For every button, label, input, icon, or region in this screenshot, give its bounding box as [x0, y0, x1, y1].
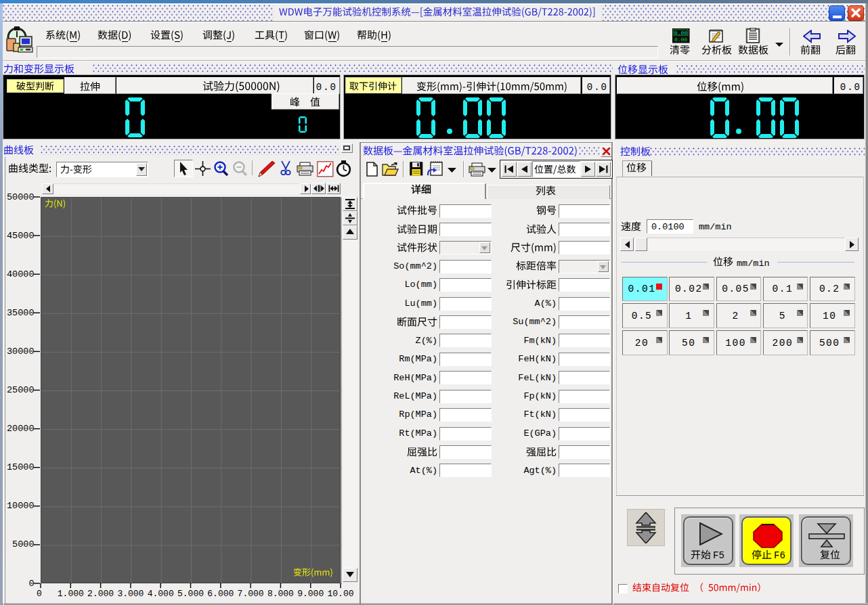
svg-text:0.00: 0.00 [674, 37, 687, 43]
svg-text:0.00: 0.00 [674, 30, 687, 36]
